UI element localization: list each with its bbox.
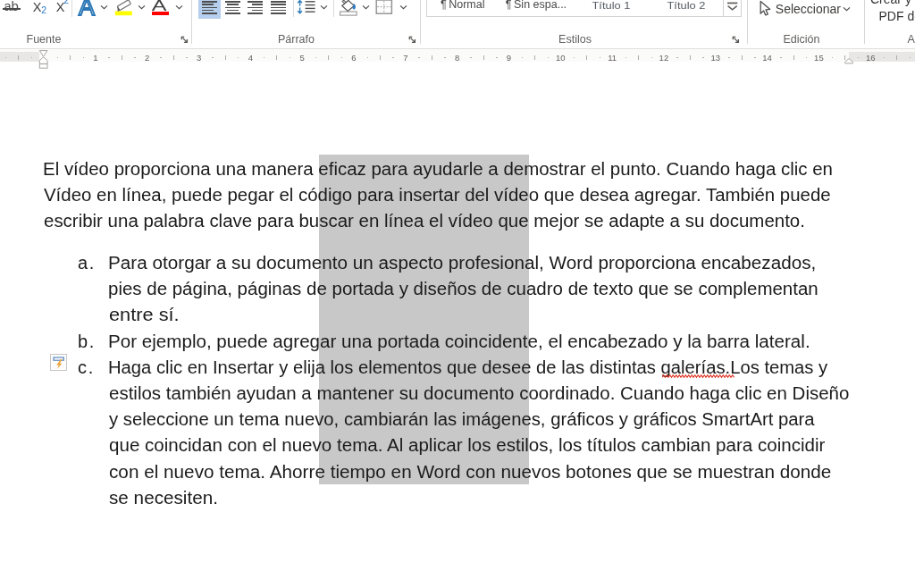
svg-text:Título 1: Título 1 bbox=[592, 0, 630, 11]
svg-text:A: A bbox=[151, 0, 166, 12]
svg-text:Título 2: Título 2 bbox=[667, 0, 706, 11]
